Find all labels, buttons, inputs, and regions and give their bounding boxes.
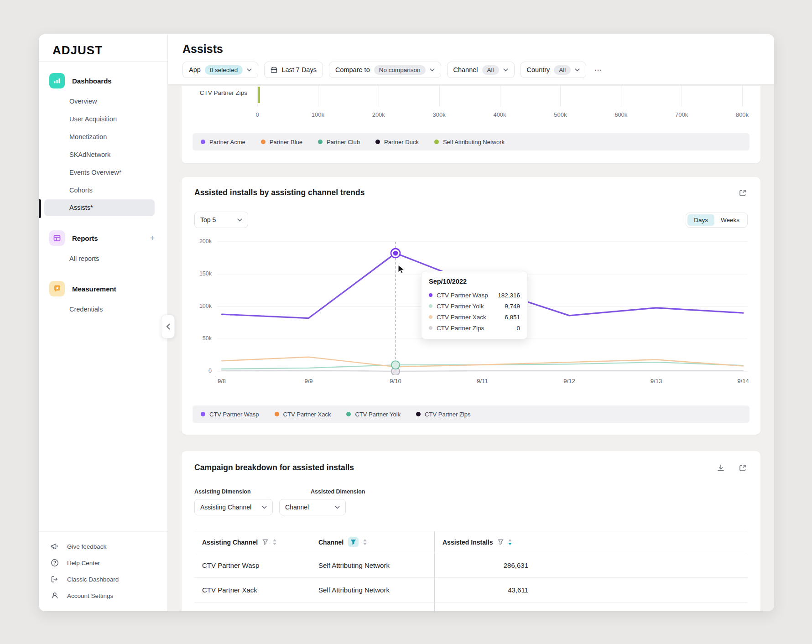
legend-item[interactable]: CTV Partner Zips — [416, 411, 470, 418]
top-n-select[interactable]: Top 5 — [194, 212, 248, 228]
bar-gridline — [439, 86, 440, 107]
table-cell[interactable]: Self Attributing Network — [311, 578, 435, 602]
sidebar-item-events-overview[interactable]: Events Overview* — [39, 164, 167, 182]
x-tick-label: 9/13 — [651, 378, 662, 384]
column-header-assisted-installs[interactable]: Assisted Installs — [435, 531, 528, 553]
trend-card-title: Assisted installs by assisting channel t… — [194, 188, 364, 197]
help-center-button[interactable]: Help Center — [39, 555, 167, 571]
expand-chart-button[interactable] — [738, 188, 748, 200]
table-row-partial — [194, 602, 311, 611]
footer-label: Give feedback — [67, 543, 106, 550]
table-cell[interactable]: CTV Partner Xack — [194, 578, 311, 602]
adjust-logo: ADJUST — [52, 43, 103, 57]
table-cell-value[interactable]: 43,611 — [435, 578, 528, 602]
country-filter[interactable]: Country All — [521, 62, 587, 78]
sidebar-group-dashboards[interactable]: Dashboards — [39, 72, 167, 90]
trend-chart[interactable]: Sep/10/2022 CTV Partner Wasp182,316 CTV … — [217, 238, 748, 375]
legend-dot — [201, 412, 205, 416]
sort-icon[interactable] — [273, 539, 276, 545]
x-tick-label: 9/12 — [563, 378, 575, 384]
compare-to-filter[interactable]: Compare to No comparison — [329, 62, 441, 78]
account-settings-button[interactable]: Account Settings — [39, 587, 167, 604]
sidebar-group-label: Dashboards — [72, 77, 155, 85]
add-report-button[interactable]: + — [150, 234, 155, 243]
expand-table-button[interactable] — [738, 463, 748, 475]
sort-icon[interactable] — [363, 539, 367, 545]
filter-icon-active[interactable] — [348, 537, 359, 547]
footer-label: Help Center — [67, 560, 100, 566]
toggle-weeks[interactable]: Weeks — [714, 214, 746, 226]
classic-dashboard-button[interactable]: Classic Dashboard — [39, 571, 167, 587]
date-range-filter[interactable]: Last 7 Days — [264, 62, 323, 78]
main-area: Assists App 8 selected Last 7 Days Compa… — [168, 34, 774, 611]
breakdown-table: Assisting Channel Channel Assisted Insta… — [194, 531, 748, 611]
y-tick-label: 50k — [191, 335, 212, 342]
bar-category-label: CTV Partner Zips — [193, 89, 247, 96]
x-tick-label: 9/14 — [737, 378, 749, 384]
channel-filter[interactable]: Channel All — [447, 62, 515, 78]
bar-chart-legend: Partner Acme Partner Blue Partner Club P… — [193, 133, 750, 151]
column-header-assisting-channel[interactable]: Assisting Channel — [194, 531, 311, 553]
table-cell[interactable]: Self Attributing Network — [311, 553, 435, 578]
bar-gridline — [682, 86, 682, 107]
legend-item[interactable]: CTV Partner Xack — [275, 411, 331, 418]
bar-gridline — [560, 86, 561, 107]
bar-segment-self-attributing-network[interactable] — [258, 87, 260, 103]
sidebar-item-assists[interactable]: Assists* — [44, 199, 155, 216]
compare-badge: No comparison — [374, 65, 426, 75]
sidebar-item-monetization[interactable]: Monetization — [39, 128, 167, 146]
assisted-dimension-select[interactable]: Channel — [279, 499, 346, 515]
sidebar-collapse-button[interactable] — [161, 315, 175, 338]
page-header: Assists App 8 selected Last 7 Days Compa… — [168, 34, 774, 84]
x-tick-label: 100k — [312, 111, 324, 118]
sidebar-group-reports[interactable]: Reports + — [39, 229, 167, 247]
series-dot — [429, 293, 432, 297]
assisting-dimension-select[interactable]: Assisting Channel — [194, 499, 273, 515]
sidebar-group-measurement[interactable]: Measurement — [39, 280, 167, 298]
tooltip-row: CTV Partner Zips0 — [429, 322, 520, 333]
legend-dot — [275, 412, 279, 416]
channel-badge: All — [482, 65, 499, 75]
app-filter[interactable]: App 8 selected — [182, 62, 258, 78]
legend-item[interactable]: CTV Partner Wasp — [201, 411, 259, 418]
legend-dot — [201, 140, 205, 144]
legend-dot — [346, 412, 351, 416]
chevron-left-icon — [166, 323, 170, 330]
reports-icon — [49, 230, 65, 246]
tooltip-row: CTV Partner Wasp182,316 — [429, 290, 520, 301]
column-header-channel[interactable]: Channel — [311, 531, 435, 553]
legend-item[interactable]: Partner Blue — [261, 139, 302, 145]
series-dot — [429, 326, 432, 330]
table-cell[interactable]: CTV Partner Wasp — [194, 553, 311, 578]
sidebar-item-cohorts[interactable]: Cohorts — [39, 182, 167, 199]
tooltip-row: CTV Partner Xack6,851 — [429, 312, 520, 322]
x-tick-label: 9/11 — [477, 378, 488, 384]
sidebar-item-credentials[interactable]: Credentials — [39, 301, 167, 318]
sort-icon-desc-active[interactable] — [508, 539, 512, 545]
y-tick-label: 0 — [191, 368, 212, 374]
legend-item[interactable]: CTV Partner Yolk — [346, 411, 401, 418]
expand-icon — [739, 189, 747, 197]
table-cell-value[interactable]: 286,631 — [435, 553, 528, 578]
sidebar-item-overview[interactable]: Overview — [39, 93, 167, 110]
table-row-partial — [311, 602, 435, 611]
more-filters-button[interactable]: ⋯ — [592, 65, 604, 75]
chevron-down-icon — [262, 506, 267, 509]
toggle-days[interactable]: Days — [687, 214, 714, 226]
sidebar-item-all-reports[interactable]: All reports — [39, 250, 167, 268]
column-header-filler — [528, 531, 748, 553]
legend-dot — [434, 140, 439, 144]
sidebar-item-user-acquisition[interactable]: User Acquisition — [39, 110, 167, 128]
legend-item[interactable]: Partner Acme — [201, 139, 245, 145]
legend-item[interactable]: Self Attributing Network — [434, 139, 505, 145]
filter-bar: App 8 selected Last 7 Days Compare to No… — [182, 62, 760, 78]
legend-item[interactable]: Partner Duck — [375, 139, 419, 145]
give-feedback-button[interactable]: Give feedback — [39, 538, 167, 555]
y-tick-label: 150k — [191, 270, 212, 277]
sidebar-item-skadnetwork[interactable]: SKAdNetwork — [39, 146, 167, 164]
chevron-down-icon — [503, 68, 508, 72]
legend-item[interactable]: Partner Club — [318, 139, 360, 145]
filter-icon[interactable] — [498, 539, 504, 545]
filter-icon[interactable] — [262, 539, 268, 545]
download-button[interactable] — [716, 463, 726, 475]
